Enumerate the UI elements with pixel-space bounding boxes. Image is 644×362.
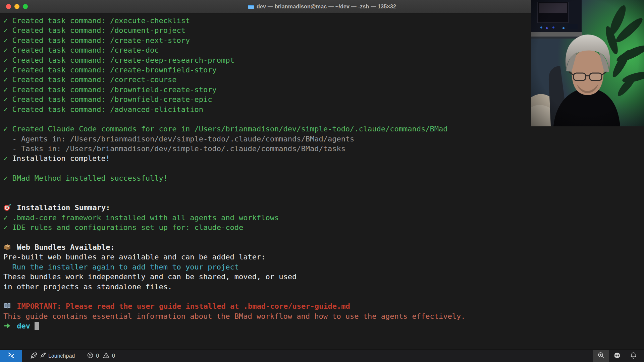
terminal-line: Pre-built web bundles are available and …	[3, 252, 644, 262]
copilot-icon	[613, 352, 621, 360]
terminal-text: ✓	[3, 154, 12, 163]
terminal-text: ✓ .bmad-core framework installed with al…	[3, 214, 279, 222]
minimize-button[interactable]	[14, 4, 19, 9]
window-title-text: dev — brianmadison@mac — ~/dev — -zsh — …	[257, 4, 396, 10]
terminal-text: ✓ Created task command: /correct-course	[3, 75, 177, 84]
copilot-button[interactable]	[609, 350, 625, 362]
terminal-line: ✓ IDE rules and configurations set up fo…	[3, 223, 644, 232]
zoom-in-icon	[597, 352, 605, 360]
terminal-text: Pre-built web bundles are available and …	[3, 253, 265, 261]
terminal-text: ✓ Created task command: /create-deep-res…	[3, 56, 234, 64]
zoom-in-button[interactable]	[593, 350, 609, 362]
terminal-text: ✓ Created task command: /advanced-elicit…	[3, 105, 203, 114]
terminal-text: IMPORTANT: Please read the user guide in…	[12, 302, 350, 310]
terminal-line	[3, 193, 644, 203]
terminal-text: Installation Summary:	[12, 203, 110, 212]
launchpad-label: Launchpad	[48, 353, 75, 359]
screen: dev — brianmadison@mac — ~/dev — -zsh — …	[0, 0, 644, 362]
rocket-icon	[30, 352, 37, 360]
terminal-line: ✓ BMad Method installed successfully!	[3, 173, 644, 183]
terminal-line: - Agents in: /Users/brianmadison/dev/sim…	[3, 134, 644, 144]
launchpad-button[interactable]: Launchpad	[27, 350, 78, 362]
remote-indicator-button[interactable]	[0, 350, 22, 362]
bell-icon	[630, 352, 637, 360]
folder-icon	[248, 4, 254, 9]
terminal-line: This guide contains essential informatio…	[3, 311, 644, 321]
terminal-text: ✓ Created task command: /brownfield-crea…	[3, 95, 212, 104]
terminal-text: This guide contains essential informatio…	[3, 312, 466, 320]
terminal-text: Installation complete!	[12, 154, 110, 163]
terminal-text: ✓ IDE rules and configurations set up fo…	[3, 223, 243, 232]
terminal-text: ✓ Created task command: /create-next-sto…	[3, 36, 190, 45]
notifications-button[interactable]	[625, 350, 641, 362]
terminal-cursor	[35, 322, 39, 330]
window-title: dev — brianmadison@mac — ~/dev — -zsh — …	[248, 4, 396, 10]
terminal-line: IMPORTANT: Please read the user guide in…	[3, 301, 644, 311]
terminal-line	[3, 233, 644, 242]
terminal-text: dev	[12, 322, 35, 330]
terminal-text: - Tasks in: /Users/brianmadison/dev/simp…	[3, 144, 345, 153]
errors-icon	[87, 352, 94, 360]
status-bar: Launchpad 0 0	[0, 350, 644, 362]
terminal-text: Web Bundles Available:	[12, 243, 115, 251]
terminal-line: - Tasks in: /Users/brianmadison/dev/simp…	[3, 144, 644, 154]
terminal-text: ✓ Created task command: /create-brownfie…	[3, 66, 217, 74]
prompt-arrow-icon	[3, 322, 12, 330]
terminal-text: in other projects as standalone files.	[3, 283, 172, 291]
terminal-line	[3, 292, 644, 301]
package-icon	[3, 243, 12, 251]
remote-icon	[7, 352, 15, 360]
terminal-text: ✓ Created task command: /execute-checkli…	[3, 16, 190, 25]
terminal-text: ✓ BMad Method installed successfully!	[3, 174, 168, 182]
terminal-text: ✓ Created task command: /document-projec…	[3, 26, 185, 35]
terminal-line: Installation Summary:	[3, 203, 644, 213]
book-icon	[3, 302, 12, 310]
terminal-text: ✓ Created Claude Code commands for core …	[3, 125, 448, 133]
terminal-line: Run the installer again to add them to y…	[3, 262, 644, 272]
terminal-line: Web Bundles Available:	[3, 242, 644, 252]
warnings-icon	[103, 352, 110, 360]
plug-icon	[40, 352, 46, 360]
terminal-line: ✓ Installation complete!	[3, 154, 644, 163]
problems-button[interactable]: 0 0	[84, 350, 118, 362]
window-controls	[6, 0, 28, 13]
terminal-text: ✓ Created task command: /brownfield-crea…	[3, 85, 217, 94]
terminal-text: ✓ Created task command: /create-doc	[3, 46, 159, 54]
errors-count: 0	[96, 353, 99, 359]
maximize-button[interactable]	[23, 4, 28, 9]
warnings-count: 0	[112, 353, 115, 359]
webcam-overlay	[531, 0, 644, 126]
target-icon	[3, 203, 12, 212]
terminal-text: - Agents in: /Users/brianmadison/dev/sim…	[3, 135, 354, 143]
terminal-text: These bundles work independently and can…	[3, 273, 297, 281]
terminal-line	[3, 164, 644, 173]
terminal-line: in other projects as standalone files.	[3, 282, 644, 292]
close-button[interactable]	[6, 4, 11, 9]
terminal-line: These bundles work independently and can…	[3, 272, 644, 282]
terminal-line: ✓ .bmad-core framework installed with al…	[3, 213, 644, 223]
terminal-line	[3, 183, 644, 193]
terminal-text: Run the installer again to add them to y…	[3, 263, 239, 271]
terminal-line: dev	[3, 321, 644, 331]
